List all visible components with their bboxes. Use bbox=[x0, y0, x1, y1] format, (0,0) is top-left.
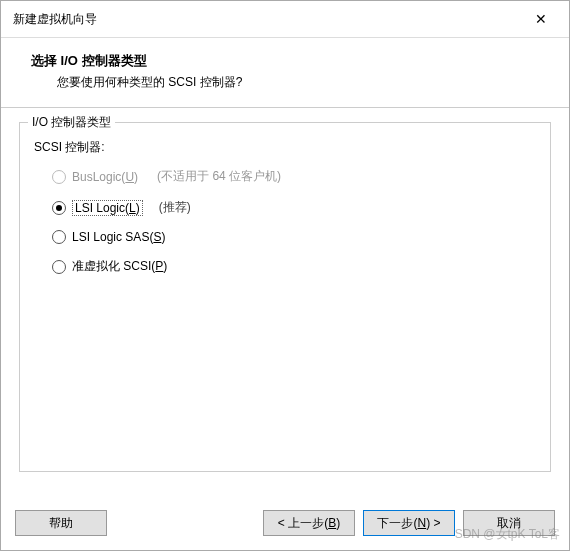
radio-option-buslogic: BusLogic(U) (不适用于 64 位客户机) bbox=[52, 168, 536, 185]
radio-label: 准虚拟化 SCSI(P) bbox=[72, 258, 170, 275]
group-legend: I/O 控制器类型 bbox=[28, 114, 115, 131]
radio-option-paravirtual[interactable]: 准虚拟化 SCSI(P) bbox=[52, 258, 536, 275]
radio-hint: (推荐) bbox=[159, 199, 191, 216]
radio-label: LSI Logic SAS(S) bbox=[72, 230, 168, 244]
radio-icon bbox=[52, 170, 66, 184]
content-area: I/O 控制器类型 SCSI 控制器: BusLogic(U) (不适用于 64… bbox=[1, 108, 569, 500]
window-title: 新建虚拟机向导 bbox=[13, 11, 97, 28]
next-button[interactable]: 下一步(N) > bbox=[363, 510, 455, 536]
page-subtitle: 您要使用何种类型的 SCSI 控制器? bbox=[57, 74, 549, 91]
back-button[interactable]: < 上一步(B) bbox=[263, 510, 355, 536]
wizard-footer: 帮助 < 上一步(B) 下一步(N) > 取消 bbox=[1, 500, 569, 550]
cancel-button[interactable]: 取消 bbox=[463, 510, 555, 536]
radio-label: LSI Logic(L) bbox=[72, 200, 143, 216]
radio-icon[interactable] bbox=[52, 260, 66, 274]
wizard-window: 新建虚拟机向导 ✕ 选择 I/O 控制器类型 您要使用何种类型的 SCSI 控制… bbox=[0, 0, 570, 551]
radio-icon[interactable] bbox=[52, 201, 66, 215]
radio-icon[interactable] bbox=[52, 230, 66, 244]
controller-type-group: I/O 控制器类型 SCSI 控制器: BusLogic(U) (不适用于 64… bbox=[19, 122, 551, 472]
close-icon[interactable]: ✕ bbox=[523, 7, 559, 31]
radio-option-lsilogic[interactable]: LSI Logic(L) (推荐) bbox=[52, 199, 536, 216]
help-button[interactable]: 帮助 bbox=[15, 510, 107, 536]
radio-label: BusLogic(U) bbox=[72, 170, 141, 184]
radio-hint: (不适用于 64 位客户机) bbox=[157, 168, 281, 185]
titlebar: 新建虚拟机向导 ✕ bbox=[1, 1, 569, 38]
wizard-header: 选择 I/O 控制器类型 您要使用何种类型的 SCSI 控制器? bbox=[1, 38, 569, 108]
scsi-label: SCSI 控制器: bbox=[34, 139, 536, 156]
radio-option-lsisas[interactable]: LSI Logic SAS(S) bbox=[52, 230, 536, 244]
page-title: 选择 I/O 控制器类型 bbox=[31, 52, 549, 70]
